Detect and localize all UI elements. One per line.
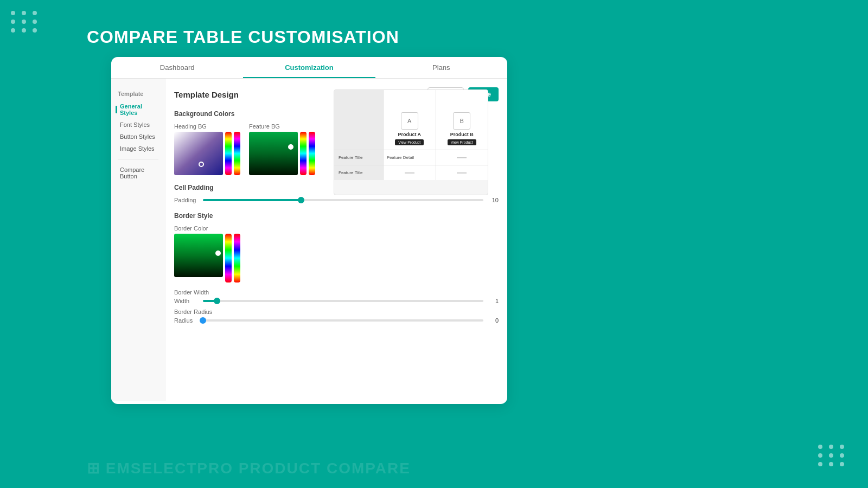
- sidebar-item-image-styles[interactable]: Image Styles: [111, 143, 165, 155]
- feature-dash-1: [436, 150, 488, 165]
- heading-alpha-bar[interactable]: [234, 132, 240, 175]
- product-a-image: A: [401, 112, 418, 130]
- feature-bg-group: Feature BG: [249, 123, 315, 175]
- border-style-section: Border Style Border Color Border Width W…: [174, 212, 499, 324]
- border-color-pickers[interactable]: [174, 234, 499, 282]
- product-b-btn[interactable]: View Product: [448, 139, 476, 145]
- product-a-btn[interactable]: View Product: [395, 139, 424, 145]
- tab-plans[interactable]: Plans: [375, 57, 507, 78]
- heading-bg-group: Heading BG: [174, 123, 240, 175]
- padding-value: 10: [488, 197, 499, 203]
- sidebar-item-button-styles[interactable]: Button Styles: [111, 131, 165, 143]
- feature-bg-circle: [288, 144, 293, 150]
- feature-bg-canvas[interactable]: [249, 132, 298, 175]
- tab-dashboard[interactable]: Dashboard: [111, 57, 243, 78]
- padding-fill: [203, 199, 301, 201]
- padding-label: Padding: [174, 197, 199, 203]
- border-radius-section: Border Radius Radius 0: [174, 309, 499, 324]
- product-a-name: Product A: [398, 132, 421, 137]
- dash-icon-2b: [457, 172, 467, 174]
- tab-customization[interactable]: Customization: [243, 57, 375, 78]
- radius-value: 0: [488, 317, 499, 324]
- width-slider-label: Width: [174, 298, 199, 304]
- radius-slider-row: Radius 0: [174, 317, 499, 324]
- product-b-name: Product B: [450, 132, 474, 137]
- border-color-canvas[interactable]: [174, 234, 223, 277]
- feature-dash-2a: [383, 165, 436, 180]
- watermark: ⊞ EMSELECTPRO PRODUCT COMPARE: [87, 459, 411, 477]
- feature-dash-2b: [436, 165, 488, 180]
- sidebar: Template General Styles Font Styles Butt…: [111, 79, 165, 401]
- width-thumb[interactable]: [214, 298, 220, 304]
- border-width-section: Border Width Width 1: [174, 289, 499, 304]
- feature-title-2: Feature Title: [334, 165, 383, 180]
- border-alpha-bar[interactable]: [234, 234, 240, 282]
- dash-icon-2a: [405, 172, 414, 174]
- heading-bg-picker[interactable]: [174, 132, 240, 175]
- preview-header-empty: [334, 90, 383, 150]
- dots-top-left: [11, 11, 39, 33]
- border-hue-bar[interactable]: [225, 234, 232, 282]
- heading-bg-canvas[interactable]: [174, 132, 223, 175]
- heading-bg-circle: [199, 162, 204, 167]
- feature-title-1: Feature Title: [334, 150, 383, 165]
- feature-bg-picker[interactable]: [249, 132, 315, 175]
- preview-product-a: A Product A View Product: [383, 90, 436, 150]
- main-card: Dashboard Customization Plans Template G…: [111, 57, 507, 404]
- width-slider-row: Width 1: [174, 298, 499, 304]
- heading-hue-bar[interactable]: [225, 132, 232, 175]
- dash-icon-1: [457, 157, 467, 158]
- width-value: 1: [488, 298, 499, 304]
- padding-slider-row: Padding 10: [174, 197, 499, 203]
- page-title: COMPARE TABLE CUSTOMISATION: [87, 27, 399, 47]
- sidebar-item-font-styles[interactable]: Font Styles: [111, 119, 165, 131]
- border-width-label: Border Width: [174, 289, 499, 296]
- border-color-label: Border Color: [174, 225, 499, 232]
- sidebar-item-compare-button[interactable]: Compare Button: [111, 164, 165, 182]
- feature-alpha-bar[interactable]: [309, 132, 315, 175]
- sidebar-item-general-styles[interactable]: General Styles: [111, 100, 165, 119]
- sidebar-section-template: Template: [111, 87, 165, 100]
- tabs-bar: Dashboard Customization Plans: [111, 57, 507, 79]
- border-radius-label: Border Radius: [174, 309, 499, 315]
- feature-detail-1: Feature Detail: [383, 150, 436, 165]
- card-body: Template General Styles Font Styles Butt…: [111, 79, 507, 401]
- heading-bg-label: Heading BG: [174, 123, 240, 130]
- preview-feature-row-1: Feature Title Feature Detail: [334, 150, 488, 165]
- padding-thumb[interactable]: [298, 197, 304, 203]
- template-design-title: Template Design: [174, 90, 239, 99]
- preview-feature-row-2: Feature Title: [334, 165, 488, 180]
- width-track[interactable]: [203, 300, 483, 302]
- feature-bg-label: Feature BG: [249, 123, 315, 130]
- preview-header: A Product A View Product B Product B Vie…: [334, 90, 488, 150]
- radius-thumb[interactable]: [200, 317, 206, 324]
- sidebar-divider: [118, 159, 158, 159]
- padding-track[interactable]: [203, 199, 483, 201]
- feature-hue-bar[interactable]: [300, 132, 307, 175]
- dots-bottom-right: [818, 445, 846, 466]
- preview-panel: A Product A View Product B Product B Vie…: [334, 89, 488, 195]
- border-color-circle: [215, 251, 221, 256]
- preview-product-b: B Product B View Product: [436, 90, 488, 150]
- radius-track[interactable]: [203, 319, 483, 322]
- product-b-image: B: [453, 112, 470, 130]
- radius-slider-label: Radius: [174, 317, 199, 324]
- border-style-title: Border Style: [174, 212, 499, 220]
